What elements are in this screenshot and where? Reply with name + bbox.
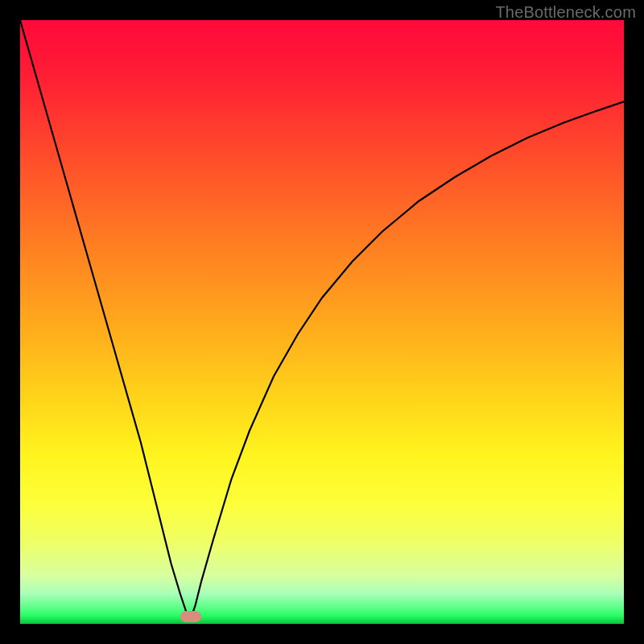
watermark-text: TheBottleneck.com xyxy=(495,3,636,22)
plot-area xyxy=(20,20,624,624)
minimum-marker xyxy=(180,611,201,622)
chart-frame: TheBottleneck.com xyxy=(0,0,644,644)
bottleneck-curve xyxy=(20,20,624,624)
curve-path xyxy=(20,20,624,619)
